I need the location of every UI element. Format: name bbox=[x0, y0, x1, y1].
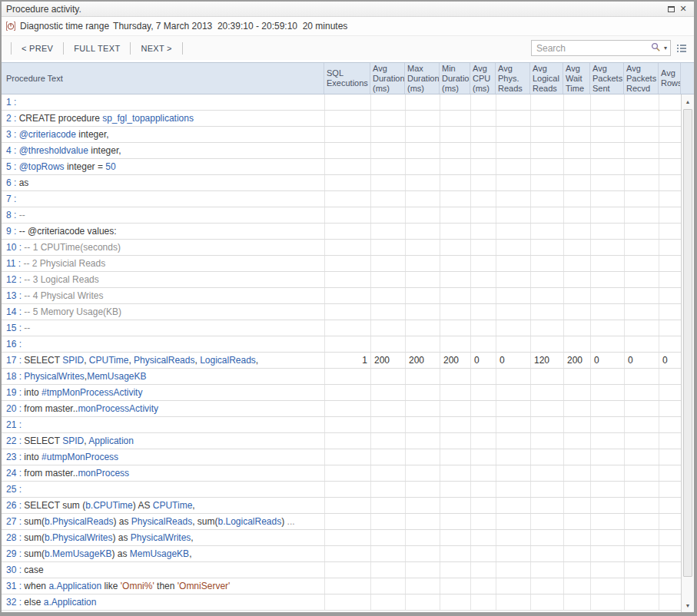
table-row[interactable]: 26 : SELECT sum (b.CPUTime) AS CPUTime, bbox=[2, 498, 681, 514]
next-button[interactable]: NEXT > bbox=[132, 41, 180, 56]
table-row[interactable]: 27 : sum(b.PhysicalReads) as PhysicalRea… bbox=[2, 514, 681, 530]
table-row[interactable]: 20 : from master..monProcessActivity bbox=[2, 401, 681, 417]
search-input[interactable] bbox=[536, 43, 651, 54]
code-segment: ... bbox=[284, 516, 294, 527]
metric-cell bbox=[590, 482, 624, 497]
procedure-text-cell: 19 : into #tmpMonProcessActivity bbox=[2, 385, 324, 400]
maximize-button[interactable] bbox=[665, 4, 677, 15]
procedure-text-cell: 21 : bbox=[2, 417, 324, 432]
metric-cell bbox=[440, 514, 470, 529]
metric-cell bbox=[659, 401, 681, 416]
column-header-avg-packets-sent[interactable]: Avg Packets Sent bbox=[590, 63, 624, 94]
table-row[interactable]: 25 : bbox=[2, 482, 681, 498]
metric-cell bbox=[470, 530, 496, 545]
column-header-avg-duration-ms[interactable]: Avg Duration (ms) bbox=[370, 63, 405, 94]
code-segment: -- 1 CPUTime(seconds) bbox=[24, 242, 121, 253]
table-row[interactable]: 6 : as bbox=[2, 175, 681, 191]
table-row[interactable]: 1 : bbox=[2, 94, 681, 111]
metric-cell bbox=[440, 433, 470, 449]
metric-cell bbox=[624, 449, 659, 465]
metric-cell bbox=[370, 256, 405, 271]
table-row[interactable]: 32 : else a.Application bbox=[2, 594, 681, 611]
column-header-avg-packets-recvd[interactable]: Avg Packets Recvd bbox=[624, 63, 659, 94]
table-row[interactable]: 9 : -- @criteriacode values: bbox=[2, 224, 681, 240]
metric-cell bbox=[563, 594, 590, 610]
table-row[interactable]: 30 : case bbox=[2, 562, 681, 578]
toolbar-separator bbox=[182, 42, 183, 55]
table-row[interactable]: 2 : CREATE procedure sp_fgl_topapplicati… bbox=[2, 111, 681, 127]
metric-cell bbox=[440, 288, 470, 303]
code-segment: ) AS bbox=[133, 500, 153, 511]
code-segment: -- 4 Physical Writes bbox=[24, 290, 103, 301]
search-dropdown-icon[interactable]: ▾ bbox=[664, 45, 667, 51]
column-header-max-duration-ms[interactable]: Max Duration (ms) bbox=[405, 63, 440, 94]
metric-cell bbox=[370, 127, 405, 142]
procedure-text-cell: 4 : @thresholdvalue integer, bbox=[2, 143, 324, 158]
metric-cell bbox=[563, 191, 590, 207]
code-segment: b.PhysicalWrites bbox=[45, 532, 112, 543]
full-text-button[interactable]: FULL TEXT bbox=[65, 41, 128, 56]
table-row[interactable]: 21 : bbox=[2, 417, 681, 433]
table-row[interactable]: 31 : when a.Application like 'Omni%' the… bbox=[2, 578, 681, 594]
column-header-avg-phys-reads[interactable]: Avg Phys. Reads bbox=[496, 63, 530, 94]
view-options-icon[interactable] bbox=[677, 45, 686, 52]
table-row[interactable]: 8 : -- bbox=[2, 207, 681, 224]
close-button[interactable]: ✕ bbox=[677, 4, 689, 15]
table-row[interactable]: 11 : -- 2 Physicial Reads bbox=[2, 256, 681, 272]
table-row[interactable]: 19 : into #tmpMonProcessActivity bbox=[2, 385, 681, 401]
table-row[interactable]: 14 : -- 5 Memory Usage(KB) bbox=[2, 304, 681, 320]
scrollbar-thumb[interactable] bbox=[683, 109, 692, 577]
metric-cell bbox=[440, 336, 470, 352]
metric-cell bbox=[496, 336, 530, 352]
table-row[interactable]: 5 : @topRows integer = 50 bbox=[2, 159, 681, 175]
column-header-avg-rows[interactable]: Avg Rows bbox=[659, 63, 681, 94]
metric-cell bbox=[405, 449, 440, 465]
metric-cell bbox=[470, 94, 496, 110]
table-row[interactable]: 7 : bbox=[2, 191, 681, 207]
table-row[interactable]: 23 : into #utmpMonProcess bbox=[2, 449, 681, 465]
line-number: 12 : bbox=[6, 274, 24, 285]
table-row[interactable]: 16 : bbox=[2, 336, 681, 353]
table-row[interactable]: 13 : -- 4 Physical Writes bbox=[2, 288, 681, 304]
toolbar-separator bbox=[63, 42, 64, 55]
metric-cell bbox=[496, 256, 530, 271]
metric-cell bbox=[440, 482, 470, 497]
search-icon[interactable] bbox=[651, 42, 661, 54]
column-header-sql-executions[interactable]: SQL Executions bbox=[324, 63, 370, 94]
table-row[interactable]: 12 : -- 3 Logical Reads bbox=[2, 272, 681, 288]
column-header-avg-cpu-ms[interactable]: Avg CPU (ms) bbox=[470, 63, 496, 94]
code-segment: , sum( bbox=[192, 516, 217, 527]
metric-cell bbox=[624, 498, 659, 513]
metric-cell bbox=[405, 175, 440, 190]
table-row[interactable]: 17 : SELECT SPID, CPUTime, PhysicalReads… bbox=[2, 353, 681, 369]
scroll-down-icon[interactable]: ▼ bbox=[682, 599, 694, 611]
table-row[interactable]: 29 : sum(b.MemUsageKB) as MemUsageKB, bbox=[2, 546, 681, 562]
column-header-avg-wait-time[interactable]: Avg Wait Time bbox=[563, 63, 590, 94]
table-row[interactable]: 4 : @thresholdvalue integer, bbox=[2, 143, 681, 159]
table-row[interactable]: 28 : sum(b.PhysicalWrites) as PhysicalWr… bbox=[2, 530, 681, 546]
metric-cell bbox=[590, 594, 624, 610]
table-row[interactable]: 15 : -- bbox=[2, 320, 681, 336]
table-row[interactable]: 18 : PhysicalWrites,MemUsageKB bbox=[2, 369, 681, 385]
table-row[interactable]: 24 : from master..monProcess bbox=[2, 465, 681, 482]
table-row[interactable]: 10 : -- 1 CPUTime(seconds) bbox=[2, 240, 681, 256]
code-segment: PhysicalWrites bbox=[131, 532, 191, 543]
scroll-up-icon[interactable]: ▲ bbox=[682, 95, 694, 108]
maximize-icon bbox=[668, 6, 675, 12]
column-header-min-duration-ms[interactable]: Min Duration (ms) bbox=[440, 63, 470, 94]
title-bar: Procedure activity. ✕ bbox=[2, 2, 694, 17]
metric-cell bbox=[590, 498, 624, 513]
table-row[interactable]: 22 : SELECT SPID, Application bbox=[2, 433, 681, 449]
metric-cell bbox=[405, 401, 440, 416]
metric-cell bbox=[563, 256, 590, 271]
column-header-procedure-text[interactable]: Procedure Text bbox=[2, 63, 324, 94]
procedure-text-cell: 23 : into #utmpMonProcess bbox=[2, 449, 324, 465]
procedure-text-cell: 27 : sum(b.PhysicalReads) as PhysicalRea… bbox=[2, 514, 324, 529]
vertical-scrollbar[interactable]: ▲ ▼ bbox=[681, 94, 694, 612]
column-header-avg-logical-reads[interactable]: Avg Logical Reads bbox=[530, 63, 563, 94]
table-row[interactable]: 3 : @criteriacode integer, bbox=[2, 127, 681, 143]
metric-cell bbox=[440, 224, 470, 239]
prev-button[interactable]: < PREV bbox=[13, 41, 61, 56]
metric-cell bbox=[370, 240, 405, 255]
metric-cell bbox=[470, 449, 496, 465]
